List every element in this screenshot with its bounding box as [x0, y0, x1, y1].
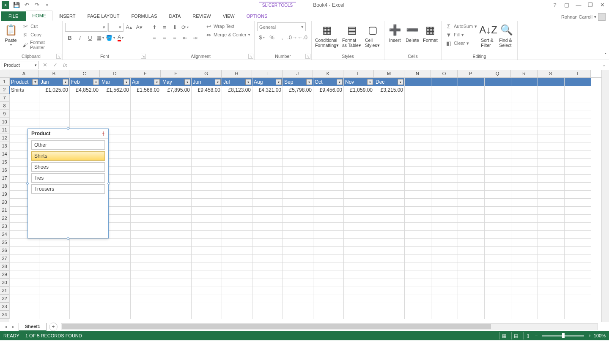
cell[interactable] [161, 151, 192, 159]
row-header-16[interactable]: 16 [0, 166, 9, 174]
cell[interactable] [131, 199, 161, 207]
cell[interactable] [374, 175, 405, 183]
italic-button[interactable]: I [75, 33, 85, 42]
cell[interactable] [511, 247, 538, 255]
cell[interactable] [252, 303, 283, 311]
tab-view[interactable]: VIEW [217, 11, 241, 21]
cell[interactable] [565, 263, 591, 271]
cell[interactable] [222, 311, 252, 319]
cell[interactable] [374, 151, 405, 159]
cell[interactable] [70, 271, 100, 279]
horizontal-scrollbar[interactable] [61, 323, 598, 330]
cell[interactable] [374, 167, 405, 175]
cell[interactable] [374, 223, 405, 231]
cell[interactable] [405, 215, 431, 223]
cell[interactable] [222, 271, 252, 279]
cell[interactable] [283, 303, 313, 311]
cell[interactable] [405, 126, 431, 134]
cell[interactable] [431, 78, 458, 86]
filter-dropdown[interactable]: ▾ [63, 79, 69, 85]
cell[interactable] [431, 263, 458, 271]
cell[interactable] [100, 255, 131, 263]
cell[interactable] [431, 183, 458, 191]
cell[interactable] [252, 110, 283, 118]
cell[interactable] [511, 151, 538, 159]
cell[interactable] [431, 86, 458, 94]
cell[interactable] [458, 102, 485, 110]
cell[interactable] [538, 247, 565, 255]
cell[interactable] [161, 159, 192, 167]
slicer-product[interactable]: Product ⟊ OtherShirtsShoesTiesTrousers [27, 129, 109, 238]
cell[interactable] [283, 215, 313, 223]
cell[interactable] [405, 279, 431, 287]
cell[interactable] [313, 247, 344, 255]
font-color-button[interactable]: A [116, 33, 125, 42]
cell[interactable]: £7,895.00 [161, 86, 192, 94]
cell[interactable] [131, 175, 161, 183]
cell[interactable] [252, 239, 283, 247]
cell[interactable] [405, 223, 431, 231]
cell[interactable] [374, 295, 405, 303]
cell[interactable] [192, 142, 222, 151]
slicer-item-ties[interactable]: Ties [31, 173, 105, 183]
cell[interactable]: £9,458.00 [192, 86, 222, 94]
cell[interactable] [131, 191, 161, 199]
cell[interactable] [374, 263, 405, 271]
cell[interactable] [222, 110, 252, 118]
zoom-in-button[interactable]: + [588, 333, 591, 338]
cell[interactable] [39, 239, 70, 247]
cell[interactable] [511, 167, 538, 175]
cell[interactable]: £5,798.00 [283, 86, 313, 94]
cell[interactable] [313, 231, 344, 239]
view-page-break-button[interactable]: ▯ [523, 332, 532, 339]
user-name[interactable]: Rohnan Carroll [561, 14, 593, 19]
cell[interactable] [131, 151, 161, 159]
cell[interactable] [538, 263, 565, 271]
cell[interactable] [511, 126, 538, 134]
cell[interactable] [344, 175, 374, 183]
cell[interactable] [131, 183, 161, 191]
cell[interactable] [565, 239, 591, 247]
cell[interactable] [511, 159, 538, 167]
cell[interactable] [374, 279, 405, 287]
cell[interactable] [161, 311, 192, 319]
select-all-corner[interactable] [0, 70, 9, 77]
clipboard-launcher[interactable]: ↘ [56, 54, 61, 59]
cell[interactable]: Dec▾ [374, 78, 405, 86]
cell[interactable] [458, 199, 485, 207]
enter-formula-button[interactable]: ✓ [51, 61, 59, 69]
cell[interactable] [344, 287, 374, 295]
cell[interactable] [405, 191, 431, 199]
alignment-launcher[interactable]: ↘ [248, 54, 253, 59]
cell[interactable] [538, 295, 565, 303]
cell[interactable] [538, 183, 565, 191]
slicer-item-shirts[interactable]: Shirts [31, 151, 105, 161]
cell[interactable]: £8,123.00 [222, 86, 252, 94]
format-as-table-button[interactable]: ▤ Format as Table▾ [341, 22, 362, 49]
cell[interactable] [131, 207, 161, 215]
filter-dropdown[interactable]: ▾ [367, 79, 373, 85]
cell[interactable] [192, 255, 222, 263]
cell[interactable] [538, 255, 565, 263]
cell[interactable] [344, 151, 374, 159]
cell[interactable] [222, 142, 252, 151]
cell[interactable] [70, 239, 100, 247]
filter-dropdown[interactable]: ▾ [337, 79, 343, 85]
cell[interactable] [485, 271, 511, 279]
cell[interactable] [565, 142, 591, 151]
tab-data[interactable]: DATA [163, 11, 187, 21]
cell[interactable] [39, 247, 70, 255]
close-button[interactable]: ✕ [599, 2, 606, 8]
wrap-text-button[interactable]: ↩Wrap Text [204, 22, 251, 30]
cell[interactable]: Oct▾ [313, 78, 344, 86]
cell[interactable] [161, 175, 192, 183]
cell[interactable] [313, 102, 344, 110]
cell[interactable] [458, 167, 485, 175]
cell[interactable] [222, 94, 252, 102]
cell[interactable] [344, 271, 374, 279]
cell[interactable] [192, 191, 222, 199]
cell[interactable] [39, 118, 70, 126]
cell[interactable] [39, 255, 70, 263]
cell[interactable] [222, 191, 252, 199]
cell[interactable] [192, 118, 222, 126]
